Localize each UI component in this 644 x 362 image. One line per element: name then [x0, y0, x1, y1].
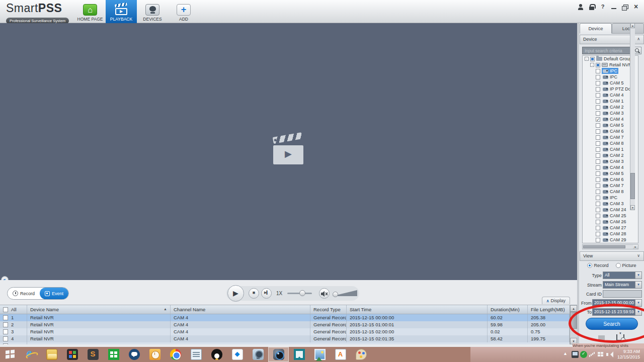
channel-checkbox[interactable]	[596, 147, 600, 152]
channel-checkbox[interactable]	[596, 232, 600, 236]
user-icon[interactable]	[577, 4, 585, 11]
channel-checkbox[interactable]	[596, 220, 600, 224]
column-device-name[interactable]: Device Name▲	[27, 305, 171, 314]
column-channel-name[interactable]: Channel Name	[171, 305, 310, 314]
speed-slider[interactable]	[287, 293, 312, 294]
channel-item[interactable]: CAM 4	[602, 164, 625, 170]
show-hidden-icons-icon[interactable]	[563, 351, 570, 358]
stop-button[interactable]	[249, 288, 259, 299]
channel-item[interactable]: CAM 3	[602, 158, 625, 164]
column-file-length[interactable]: File Length(MB)	[528, 305, 570, 314]
type-dropdown[interactable]: All ▼	[603, 272, 642, 279]
monitor-tray-icon[interactable]	[572, 351, 579, 358]
channel-checkbox[interactable]	[596, 208, 600, 212]
channel-item[interactable]: IP PTZ Do	[602, 86, 632, 92]
taskbar-notepad[interactable]	[186, 347, 206, 362]
from-datetime-picker[interactable]: 2015-12-15 00:00:00 ▼	[592, 299, 642, 307]
tree-channel-cam-29-28[interactable]: CAM 29	[583, 237, 638, 243]
row-select-cell[interactable]: 3	[0, 328, 27, 335]
to-datetime-picker[interactable]: 2015-12-15 23:59:59 ▼	[592, 308, 642, 316]
channel-item[interactable]: CAM 8	[602, 189, 625, 195]
record-mode-button[interactable]: Record	[8, 288, 40, 299]
taskbar-qq[interactable]	[206, 347, 227, 362]
radio-picture[interactable]: Picture	[616, 263, 636, 268]
channel-checkbox[interactable]	[596, 75, 600, 79]
channel-item[interactable]: CAM 30	[602, 243, 627, 243]
row-checkbox[interactable]	[3, 322, 8, 327]
taskbar-file-explorer[interactable]	[41, 347, 62, 362]
channel-checkbox[interactable]	[596, 165, 600, 170]
tree-vertical-scrollbar[interactable]: ▲ ▼	[630, 23, 635, 210]
row-select-cell[interactable]: 4	[0, 335, 27, 342]
channel-item[interactable]: CAM 29	[602, 237, 627, 243]
channel-item[interactable]: CAM 27	[602, 225, 627, 231]
channel-checkbox[interactable]	[596, 226, 600, 230]
channel-item[interactable]: CAM 7	[602, 183, 625, 189]
tree-horizontal-scrollbar[interactable]: ►	[582, 244, 638, 249]
channel-checkbox[interactable]	[596, 238, 600, 242]
close-icon[interactable]	[632, 4, 640, 11]
channel-checkbox[interactable]	[596, 93, 600, 98]
lock-icon[interactable]	[588, 4, 596, 11]
taskbar-photos[interactable]	[309, 347, 330, 362]
column-start-time[interactable]: Start Time	[347, 305, 488, 314]
channel-checkbox[interactable]	[596, 87, 600, 92]
channel-checkbox[interactable]	[596, 196, 600, 200]
restore-icon[interactable]	[621, 4, 629, 11]
event-mode-button[interactable]: Event	[40, 288, 68, 299]
channel-checkbox[interactable]	[596, 105, 600, 110]
tree-channel-cam-27-26[interactable]: CAM 27	[583, 225, 638, 231]
display-toggle[interactable]: ∧Display	[542, 297, 570, 304]
channel-item[interactable]: CAM 2	[602, 104, 625, 110]
channel-checkbox[interactable]	[596, 141, 600, 146]
channel-item[interactable]: CAM 26	[602, 219, 627, 225]
nav-tab-home-page[interactable]: HOME PAGE	[74, 0, 106, 23]
channel-checkbox[interactable]	[596, 135, 600, 140]
taskbar-clock[interactable]: 9:33 AM 12/15/2015	[617, 349, 640, 360]
table-row-4[interactable]: 4Retail NVRCAM 4General Record2015-12-15…	[0, 335, 570, 342]
taskbar-image-viewer[interactable]	[289, 347, 309, 362]
channel-item[interactable]: CAM 5	[602, 122, 625, 128]
channel-item[interactable]: CAM 5	[602, 170, 625, 176]
channel-checkbox[interactable]	[596, 111, 600, 116]
dropdown-arrow-icon[interactable]: ▼	[635, 300, 641, 306]
channel-item[interactable]: CAM 2	[602, 152, 625, 158]
nav-tab-devices[interactable]: DEVICES	[137, 0, 168, 23]
volume-tray-icon[interactable]	[606, 351, 613, 358]
channel-item[interactable]: CAM 7	[602, 134, 625, 140]
dropdown-arrow-icon[interactable]: ▼	[635, 309, 641, 315]
radio-record[interactable]: Record	[587, 263, 608, 268]
channel-item[interactable]: CAM 1	[602, 146, 625, 152]
channel-item[interactable]: CAM 5	[602, 80, 625, 86]
taskbar-windows-store[interactable]	[103, 347, 124, 362]
tree-channel-cam-25-24[interactable]: CAM 25	[583, 213, 638, 219]
play-button[interactable]	[227, 285, 244, 302]
stream-dropdown[interactable]: Main Stream ▼	[603, 281, 642, 289]
channel-checkbox[interactable]	[596, 129, 600, 134]
minimize-icon[interactable]	[610, 4, 618, 11]
channel-checkbox[interactable]	[596, 171, 600, 176]
taskbar-sublime-text[interactable]	[83, 347, 103, 362]
speed-slider-thumb[interactable]	[299, 290, 305, 296]
channel-item[interactable]: CAM 8	[602, 140, 625, 146]
channel-item[interactable]: CAM 6	[602, 128, 625, 134]
table-vertical-scrollbar[interactable]: ▲ ▼	[570, 305, 577, 344]
scrollbar-thumb[interactable]	[583, 245, 625, 248]
tab-device[interactable]: Device	[580, 23, 612, 34]
taskbar-puzzle-app[interactable]	[62, 347, 83, 362]
row-select-cell[interactable]: 2	[0, 321, 27, 328]
search-button[interactable]: Search	[586, 318, 638, 330]
next-frame-button[interactable]	[261, 288, 272, 299]
tree-channel-cam-28-27[interactable]: CAM 28	[583, 231, 638, 237]
channel-item[interactable]: CAM 3	[602, 110, 625, 116]
video-playback-area[interactable]	[0, 23, 577, 280]
row-select-cell[interactable]: 1	[0, 314, 27, 321]
channel-checkbox[interactable]	[596, 99, 600, 104]
partial-checkbox[interactable]	[596, 63, 600, 67]
collapse-expander-icon[interactable]: -	[585, 57, 589, 61]
export-schedule-icon[interactable]	[616, 334, 624, 341]
collapse-expander-icon[interactable]: -	[590, 63, 594, 67]
device-search-input[interactable]	[582, 47, 633, 54]
mute-button[interactable]	[319, 288, 330, 299]
channel-checkbox[interactable]	[596, 159, 600, 164]
